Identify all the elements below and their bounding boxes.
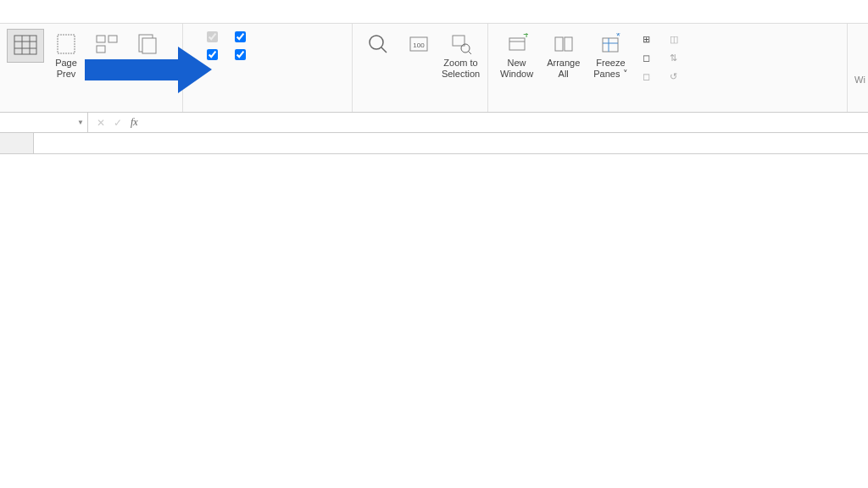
select-all-corner[interactable]	[0, 133, 34, 153]
unhide-icon: ◻	[640, 69, 654, 83]
page-layout-button[interactable]	[88, 29, 125, 61]
zoom-100-button[interactable]: 100	[400, 29, 437, 61]
gridlines-checkbox[interactable]	[202, 47, 226, 63]
label: PagePrev	[55, 58, 77, 80]
group-show	[183, 24, 353, 112]
svg-rect-8	[97, 46, 105, 53]
reset-icon: ↺	[667, 69, 681, 83]
svg-rect-7	[108, 36, 117, 42]
label: FreezePanes ˅	[593, 58, 627, 80]
ribbon: PagePrev	[0, 24, 868, 113]
svg-point-11	[370, 36, 383, 49]
svg-text:+: +	[523, 33, 528, 41]
svg-line-17	[468, 51, 471, 54]
hide-icon: ◻	[640, 51, 654, 64]
fx-icon[interactable]: fx	[131, 116, 138, 129]
label: NewWindow	[500, 58, 533, 80]
spreadsheet-grid	[0, 133, 868, 154]
split-icon: ⊞	[640, 32, 654, 46]
name-box[interactable]: ▼	[0, 113, 88, 132]
group-zoom: 100 Zoom toSelection	[353, 24, 488, 112]
headings-checkbox[interactable]	[230, 47, 254, 63]
label: ArrangeAll	[547, 58, 580, 80]
zoom-selection-icon	[449, 32, 473, 56]
column-headers	[0, 133, 868, 154]
svg-text:*: *	[616, 33, 620, 42]
check-icon: ✓	[114, 117, 122, 129]
group-label	[190, 107, 345, 112]
custom-views-button[interactable]	[129, 29, 166, 61]
arrange-all-button[interactable]: ArrangeAll	[542, 29, 585, 83]
svg-rect-21	[555, 37, 563, 51]
split-button[interactable]: ⊞	[637, 30, 660, 47]
group-cut: Wi	[848, 24, 868, 112]
group-window: + NewWindow ArrangeAll * FreezePanes ˅ ⊞…	[488, 24, 848, 112]
group-label	[495, 107, 840, 112]
formula-input[interactable]	[147, 113, 868, 132]
group-label	[359, 107, 481, 112]
svg-rect-6	[97, 36, 105, 42]
label: Zoom toSelection	[442, 58, 480, 80]
freeze-panes-button[interactable]: * FreezePanes ˅	[588, 29, 632, 83]
zoom-selection-button[interactable]: Zoom toSelection	[441, 29, 481, 83]
svg-text:100: 100	[413, 42, 425, 49]
svg-rect-10	[142, 38, 156, 53]
menu-tabs	[0, 0, 868, 24]
sync-scroll-button: ⇅	[664, 49, 687, 66]
hundred-icon: 100	[407, 32, 431, 56]
ruler-checkbox	[202, 29, 226, 45]
svg-rect-0	[14, 36, 36, 54]
unhide-button: ◻	[637, 68, 660, 85]
custom-view-icon	[136, 32, 159, 56]
svg-rect-15	[453, 36, 465, 46]
new-window-icon: +	[505, 32, 529, 56]
new-window-button[interactable]: + NewWindow	[495, 29, 538, 83]
grid-icon	[14, 33, 37, 57]
cancel-icon: ✕	[97, 117, 105, 129]
view-side-by-side-button: ◫	[664, 30, 687, 47]
formula-bar-checkbox[interactable]	[230, 29, 254, 45]
layout-icon	[95, 32, 119, 56]
magnifier-icon	[366, 32, 390, 56]
zoom-button[interactable]	[359, 29, 397, 61]
side-icon: ◫	[667, 32, 681, 46]
group-workbook-views: PagePrev	[0, 24, 183, 112]
page-icon	[54, 32, 78, 56]
svg-rect-22	[565, 37, 572, 51]
reset-position-button: ↺	[664, 68, 687, 85]
sync-icon: ⇅	[667, 51, 681, 64]
freeze-icon: *	[598, 32, 622, 56]
chevron-down-icon: ▼	[77, 119, 84, 126]
normal-view-button[interactable]	[7, 29, 44, 63]
formula-bar-row: ▼ ✕ ✓ fx	[0, 113, 868, 133]
page-break-preview-button[interactable]: PagePrev	[47, 29, 85, 83]
arrange-icon	[552, 32, 576, 56]
svg-line-12	[381, 47, 387, 53]
group-label	[7, 107, 175, 112]
svg-rect-5	[58, 35, 75, 53]
hide-button[interactable]: ◻	[637, 49, 660, 66]
